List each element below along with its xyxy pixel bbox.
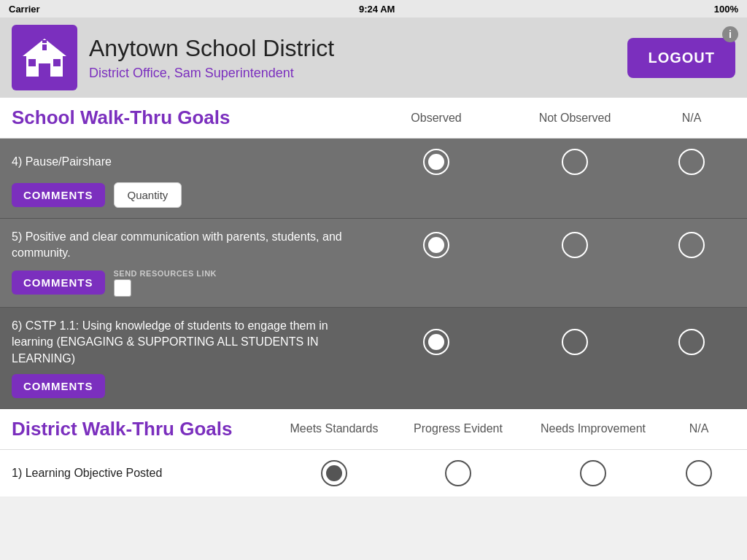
header-text: Anytown School District District Office,…	[89, 34, 616, 80]
carrier-label: Carrier	[9, 4, 40, 15]
district-section-title: District Walk-Thru Goals	[12, 418, 276, 440]
school-section-title: School Walk-Thru Goals	[12, 106, 371, 129]
send-resources-checkbox[interactable]	[114, 279, 131, 297]
school-name: Anytown School District	[89, 34, 616, 62]
goal-4-label: Pause/Pairshare	[26, 155, 112, 168]
svg-rect-6	[42, 40, 47, 43]
col-progress-label: Progress Evident	[392, 422, 524, 435]
goal-5-observed-radio[interactable]	[423, 232, 449, 258]
district-goal-row-1: 1) Learning Objective Posted	[0, 450, 747, 497]
goal-5-top: 5) Positive and clear communication with…	[12, 229, 735, 262]
goal-4-not-observed-cell	[502, 149, 648, 175]
district-goal-1-radios	[276, 460, 735, 486]
district-section-header: District Walk-Thru Goals Meets Standards…	[0, 409, 747, 450]
goal-5-not-observed-radio[interactable]	[562, 232, 588, 258]
goal-5-observed-cell	[371, 232, 502, 258]
goal-4-quantity-button[interactable]: Quantity	[114, 182, 182, 208]
goal-5-comments-button[interactable]: COMMENTS	[12, 271, 105, 295]
status-right: 100%	[714, 4, 738, 15]
time-label: 9:24 AM	[359, 4, 395, 15]
goal-4-comments-button[interactable]: COMMENTS	[12, 183, 105, 207]
goal-6-actions: COMMENTS	[12, 374, 735, 398]
goal-5-send-resources: SEND RESOURCES LINK	[114, 269, 217, 297]
goal-5-text: 5) Positive and clear communication with…	[12, 229, 371, 262]
goal-4-top: 4) Pause/Pairshare	[12, 149, 735, 175]
goal-6-label: CSTP 1.1: Using knowledge of students to…	[12, 319, 328, 365]
goal-5-label: Positive and clear communication with pa…	[12, 230, 342, 259]
col-na-label: N/A	[648, 112, 735, 125]
school-subtitle: District Office, Sam Superintendent	[89, 66, 616, 81]
school-building-icon	[23, 36, 66, 79]
goal-4-text: 4) Pause/Pairshare	[12, 154, 371, 170]
goal-6-na-radio[interactable]	[678, 329, 705, 355]
school-section-cols: Observed Not Observed N/A	[371, 112, 735, 125]
goal-6-text: 6) CSTP 1.1: Using knowledge of students…	[12, 318, 371, 367]
svg-rect-3	[28, 59, 36, 66]
col-needs-label: Needs Improvement	[524, 422, 662, 435]
goal-5-not-observed-cell	[502, 232, 648, 258]
goal-4-na-radio[interactable]	[678, 149, 705, 175]
goal-6-observed-cell	[371, 329, 502, 355]
goal-4-actions: COMMENTS Quantity	[12, 182, 735, 208]
col-observed-label: Observed	[371, 112, 502, 125]
goal-6-not-observed-cell	[502, 329, 648, 355]
goal-6-number: 6)	[12, 319, 26, 332]
goal-5-actions: COMMENTS SEND RESOURCES LINK	[12, 269, 735, 297]
goal-4-na-cell	[648, 149, 735, 175]
school-goal-row-4: 4) Pause/Pairshare COMMENTS Quantity	[0, 139, 747, 219]
dist-goal-1-na-radio[interactable]	[686, 460, 712, 486]
school-goal-row-5: 5) Positive and clear communication with…	[0, 219, 747, 308]
svg-rect-4	[53, 59, 61, 66]
dist-goal-1-progress-cell	[392, 460, 524, 486]
school-logo	[12, 25, 77, 90]
logout-button[interactable]: LOGOUT	[627, 38, 735, 78]
goal-6-radios	[371, 329, 735, 355]
main-content: School Walk-Thru Goals Observed Not Obse…	[0, 98, 747, 560]
district-goal-1-label: Learning Objective Posted	[26, 467, 163, 479]
goal-6-top: 6) CSTP 1.1: Using knowledge of students…	[12, 318, 735, 367]
goal-6-observed-radio[interactable]	[423, 329, 449, 355]
dist-goal-1-na-cell	[662, 460, 735, 486]
col-dist-na-label: N/A	[662, 422, 735, 435]
status-bar: Carrier 9:24 AM 100%	[0, 0, 747, 18]
district-goal-1-number: 1)	[12, 467, 26, 479]
dist-goal-1-needs-cell	[524, 460, 662, 486]
dist-goal-1-progress-radio[interactable]	[445, 460, 471, 486]
goal-4-observed-cell	[371, 149, 502, 175]
school-section-header: School Walk-Thru Goals Observed Not Obse…	[0, 98, 747, 139]
school-goal-row-6: 6) CSTP 1.1: Using knowledge of students…	[0, 308, 747, 409]
goal-4-not-observed-radio[interactable]	[562, 149, 588, 175]
svg-rect-2	[39, 63, 50, 77]
dist-goal-1-needs-radio[interactable]	[580, 460, 606, 486]
info-icon[interactable]: i	[722, 26, 738, 42]
goal-5-number: 5)	[12, 230, 26, 243]
goal-6-not-observed-radio[interactable]	[562, 329, 588, 355]
district-section-cols: Meets Standards Progress Evident Needs I…	[276, 422, 735, 435]
goal-4-observed-radio[interactable]	[423, 149, 449, 175]
goal-5-na-cell	[648, 232, 735, 258]
district-goal-1-text: 1) Learning Objective Posted	[12, 467, 276, 480]
goal-5-radios	[371, 232, 735, 258]
goal-4-number: 4)	[12, 155, 26, 168]
battery-label: 100%	[714, 4, 738, 15]
send-resources-label: SEND RESOURCES LINK	[114, 269, 217, 278]
goal-4-radios	[371, 149, 735, 175]
goal-6-na-cell	[648, 329, 735, 355]
header: Anytown School District District Office,…	[0, 18, 747, 98]
dist-goal-1-meets-radio[interactable]	[321, 460, 347, 486]
col-meets-label: Meets Standards	[276, 422, 392, 435]
goal-6-comments-button[interactable]: COMMENTS	[12, 374, 105, 398]
svg-rect-5	[42, 44, 47, 50]
col-not-observed-label: Not Observed	[502, 112, 648, 125]
goal-5-na-radio[interactable]	[678, 232, 705, 258]
dist-goal-1-meets-cell	[276, 460, 392, 486]
